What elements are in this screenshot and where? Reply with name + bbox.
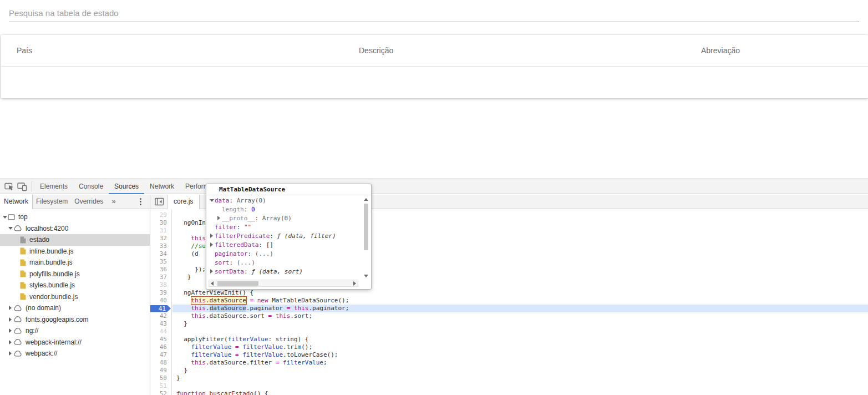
gutter-line-48[interactable]: 48 (150, 359, 171, 367)
table-header-row: PaísDescriçãoAbreviação (1, 35, 868, 67)
more-options-icon[interactable] (140, 198, 141, 206)
gutter-line-30[interactable]: 30 (150, 219, 171, 227)
popup-property-filterPredicate[interactable]: filterPredicate: ƒ (data, filter) (206, 231, 371, 240)
collapsed-arrow-icon[interactable] (209, 242, 215, 247)
gutter-line-35[interactable]: 35 (150, 258, 171, 266)
gutter-line-49[interactable]: 49 (150, 367, 171, 374)
collapsed-arrow-icon[interactable] (216, 216, 222, 220)
code-line-48[interactable]: this.dataSource.filter = filterValue; (172, 359, 868, 367)
tree-item-vendor-bundle-js[interactable]: vendor.bundle.js (0, 291, 150, 303)
subtab-filesystem[interactable]: Filesystem (33, 195, 71, 209)
code-line-41[interactable]: this.dataSource.paginator = this.paginat… (172, 305, 868, 312)
popup-property-filteredData[interactable]: filteredData: [] (206, 240, 371, 249)
file-yellow-icon (20, 259, 26, 266)
gutter-line-47[interactable]: 47 (150, 351, 171, 359)
gutter-line-40[interactable]: 40 (150, 297, 171, 305)
tree-item-inline-bundle-js[interactable]: inline.bundle.js (0, 246, 150, 257)
subtab-overrides[interactable]: Overrides (71, 195, 106, 209)
tree-item-localhost-4200[interactable]: localhost:4200 (0, 223, 150, 235)
property-name: __proto__ (222, 215, 255, 222)
code-line-50[interactable]: } (172, 374, 868, 382)
code-line-44[interactable] (172, 328, 868, 336)
breakpoint-marker[interactable]: 41 (150, 305, 171, 312)
tree-item-styles-bundle-js[interactable]: styles.bundle.js (0, 280, 150, 291)
gutter-line-36[interactable]: 36 (150, 266, 171, 274)
tab-network[interactable]: Network (144, 179, 180, 194)
code-line-45[interactable]: applyFilter(filterValue: string) { (172, 336, 868, 343)
popup-horizontal-scrollbar[interactable] (209, 280, 358, 287)
tree-item-label: localhost:4200 (26, 225, 68, 232)
code-line-40[interactable]: this.dataSource = new MatTableDataSource… (172, 297, 868, 305)
tree-item-label: fonts.googleapis.com (26, 316, 88, 323)
gutter-line-46[interactable]: 46 (150, 343, 171, 351)
popup-property-sortData[interactable]: sortData: ƒ (data, sort) (206, 267, 371, 276)
gutter-line-42[interactable]: 42 (150, 312, 171, 320)
code-line-51[interactable] (172, 382, 868, 390)
gutter-line-41[interactable]: 41 (150, 305, 171, 312)
tab-console[interactable]: Console (73, 179, 109, 194)
tree-item--no-domain-[interactable]: (no domain) (0, 302, 150, 314)
expanded-arrow-icon[interactable] (2, 216, 8, 219)
code-line-46[interactable]: filterValue = filterValue.trim(); (172, 343, 868, 351)
collapsed-arrow-icon[interactable] (209, 234, 215, 238)
gutter-line-37[interactable]: 37 (150, 274, 171, 281)
popup-property-data[interactable]: data: Array(0) (206, 196, 371, 205)
gutter-line-44[interactable]: 44 (150, 328, 171, 336)
inspect-icon[interactable] (4, 182, 14, 191)
tree-item-webpack-[interactable]: webpack:// (0, 348, 150, 359)
code-line-42[interactable]: this.dataSource.sort = this.sort; (172, 312, 868, 320)
gutter-line-39[interactable]: 39 (150, 289, 171, 297)
gutter-line-33[interactable]: 33 (150, 242, 171, 250)
expanded-arrow-icon[interactable] (7, 227, 13, 230)
tree-item-webpack-internal-[interactable]: webpack-internal:// (0, 337, 150, 348)
code-line-43[interactable]: } (172, 320, 868, 328)
gutter-line-31[interactable]: 31 (150, 227, 171, 235)
tree-item-main-bundle-js[interactable]: main.bundle.js (0, 257, 150, 269)
tree-item-estado[interactable]: estado (0, 234, 150, 246)
devtools-toolbar: ElementsConsoleSourcesNetworkPerformance (0, 179, 868, 194)
property-value: ƒ (data, sort) (251, 268, 303, 275)
code-line-47[interactable]: filterValue = filterValue.toLowerCase(); (172, 351, 868, 359)
tree-item-label: inline.bundle.js (29, 247, 73, 255)
gutter-line-29[interactable]: 29 (150, 211, 171, 219)
gutter-line-51[interactable]: 51 (150, 382, 171, 390)
collapsed-arrow-icon[interactable] (7, 340, 13, 345)
gutter-line-52[interactable]: 52 (150, 390, 171, 395)
collapsed-arrow-icon[interactable] (7, 351, 13, 356)
subtab-network[interactable]: Network (0, 195, 33, 209)
frame-icon (8, 214, 15, 220)
collapsed-arrow-icon[interactable] (209, 269, 215, 274)
file-navigator-tree: toplocalhost:4200estadoinline.bundle.jsm… (0, 210, 150, 395)
code-line-52[interactable]: function buscarEstado() { (172, 390, 868, 395)
collapsed-arrow-icon[interactable] (7, 317, 13, 322)
gutter-line-45[interactable]: 45 (150, 336, 171, 343)
code-line-39[interactable]: ngAfterViewInit() { (172, 289, 868, 297)
gutter-line-34[interactable]: 34 (150, 250, 171, 258)
property-value: [] (266, 241, 273, 249)
more-tabs-chevron[interactable]: » (106, 195, 120, 209)
gutter-line-50[interactable]: 50 (150, 374, 171, 382)
tab-elements[interactable]: Elements (34, 179, 73, 194)
gutter-line-32[interactable]: 32 (150, 235, 171, 242)
device-toolbar-icon[interactable] (17, 182, 27, 191)
popup-vertical-scrollbar[interactable] (363, 197, 369, 278)
collapsed-arrow-icon[interactable] (7, 306, 13, 310)
tree-item-label: polyfills.bundle.js (29, 270, 80, 278)
gutter-line-43[interactable]: 43 (150, 320, 171, 328)
tree-item-fonts-googleapis-com[interactable]: fonts.googleapis.com (0, 314, 150, 326)
tree-item-ng-[interactable]: ng:// (0, 325, 150, 337)
devtools-panel: ElementsConsoleSourcesNetworkPerformance… (0, 179, 868, 395)
popup-property-proto[interactable]: __proto__: Array(0) (206, 214, 371, 222)
cloud-icon (13, 225, 22, 231)
tab-sources[interactable]: Sources (109, 179, 144, 194)
expanded-arrow-icon[interactable] (209, 199, 215, 202)
tree-item-polyfills-bundle-js[interactable]: polyfills.bundle.js (0, 269, 150, 280)
column-header-0: País (17, 35, 32, 67)
gutter-line-38[interactable]: 38 (150, 281, 171, 289)
code-line-49[interactable]: } (172, 367, 868, 374)
editor-tab-corejs[interactable]: core.js (167, 195, 200, 209)
collapsed-arrow-icon[interactable] (7, 328, 13, 333)
tree-item-top[interactable]: top (0, 211, 150, 223)
search-input[interactable] (9, 4, 859, 22)
hide-navigator-icon[interactable] (155, 198, 165, 206)
